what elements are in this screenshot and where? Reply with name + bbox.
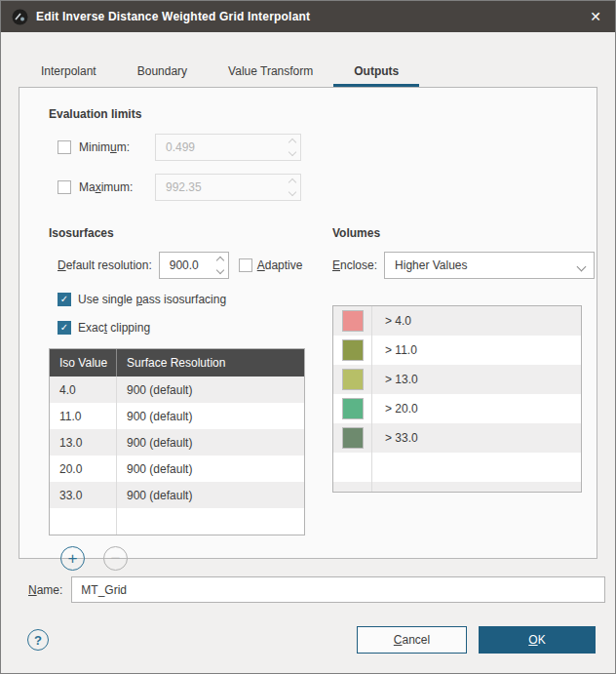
exact-clipping-label: Exact clipping (78, 321, 150, 335)
window-title: Edit Inverse Distance Weighted Grid Inte… (36, 10, 310, 23)
swatch-cell (333, 453, 372, 482)
surface-resolution-cell: 900 (default) (117, 436, 192, 450)
adaptive-field: Adaptive (239, 258, 303, 272)
outputs-tab-panel: Evaluation limits Minimum: 0.499 Maximum… (19, 87, 597, 559)
exact-clipping-checkbox[interactable]: ✓ (58, 321, 71, 335)
default-resolution-value: 900.0 (170, 258, 199, 272)
volume-threshold-label: > 11.0 (372, 343, 417, 357)
name-input[interactable] (71, 576, 605, 603)
color-swatch[interactable] (342, 339, 364, 361)
iso-value-cell (50, 535, 117, 535)
enclose-select[interactable]: Higher Values (384, 252, 595, 279)
swatch-cell (333, 306, 372, 336)
iso-value-table: Iso Value Surface Resolution 4.0900 (def… (49, 348, 305, 535)
exact-clipping-row: ✓ Exact clipping (58, 320, 334, 336)
default-resolution-row: Default resolution: 900.0 Adaptive (58, 252, 334, 279)
enclose-label: Enclose: (332, 258, 377, 272)
surface-resolution-cell: 900 (default) (117, 489, 192, 502)
tab-bar: InterpolantBoundaryValue TransformOutput… (20, 59, 615, 87)
maximum-spinner-arrows[interactable] (289, 175, 295, 200)
swatch-cell (333, 365, 372, 394)
minimum-row: Minimum: 0.499 (58, 134, 597, 161)
single-pass-row: ✓ Use single pass isosurfacing (58, 292, 334, 307)
iso-table-row[interactable]: 13.0900 (default) (50, 429, 304, 456)
surface-resolution-cell: 900 (default) (117, 383, 192, 397)
cancel-button[interactable]: Cancel (357, 626, 467, 654)
adaptive-checkbox[interactable] (239, 258, 252, 272)
tab-boundary[interactable]: Boundary (117, 59, 208, 87)
single-pass-checkbox[interactable]: ✓ (58, 293, 71, 306)
default-resolution-label: Default resolution: (58, 258, 152, 272)
iso-value-column-header: Iso Value (50, 349, 117, 377)
swatch-cell (333, 482, 372, 493)
color-swatch[interactable] (342, 310, 364, 332)
volume-row[interactable]: > 4.0 (333, 306, 581, 336)
evaluation-limits-heading: Evaluation limits (49, 107, 597, 121)
tab-interpolant[interactable]: Interpolant (20, 59, 117, 87)
enclose-row: Enclose: Higher Values (332, 252, 595, 279)
minimum-value: 0.499 (166, 140, 195, 154)
iso-value-cell: 4.0 (50, 377, 117, 403)
surface-resolution-column-header: Surface Resolution (117, 356, 225, 370)
maximum-value: 992.35 (166, 180, 202, 194)
color-swatch[interactable] (342, 398, 364, 419)
iso-table-empty-row (50, 535, 304, 535)
help-button[interactable]: ? (27, 629, 49, 651)
volumes-heading: Volumes (332, 226, 595, 240)
surface-resolution-cell: 900 (default) (117, 410, 192, 423)
volumes-section: Volumes Enclose: Higher Values > 4.0> 11… (327, 207, 595, 571)
default-resolution-spinbox[interactable]: 900.0 (159, 252, 229, 279)
maximum-row: Maximum: 992.35 (58, 174, 597, 201)
iso-table-body: 4.0900 (default)11.0900 (default)13.0900… (50, 377, 304, 535)
volume-row[interactable]: > 13.0 (333, 365, 581, 394)
tab-outputs[interactable]: Outputs (333, 59, 419, 87)
volume-threshold-label: > 4.0 (372, 314, 411, 328)
maximum-label: Maximum: (79, 180, 155, 194)
volume-row[interactable]: > 33.0 (333, 423, 581, 453)
iso-table-actions: + − (60, 546, 334, 571)
columns: Isosurfaces Default resolution: 900.0 Ad… (19, 207, 597, 571)
single-pass-label: Use single pass isosurfacing (78, 293, 226, 306)
swatch-cell (333, 336, 372, 365)
maximum-checkbox[interactable] (58, 180, 71, 194)
minimum-spinner-arrows[interactable] (289, 135, 295, 160)
volumes-list: > 4.0> 11.0> 13.0> 20.0> 33.0 (332, 305, 582, 493)
color-swatch[interactable] (342, 427, 364, 449)
iso-value-cell: 20.0 (50, 456, 117, 482)
iso-table-empty-row (50, 508, 304, 535)
minimum-label: Minimum: (79, 140, 155, 154)
volume-empty-row (333, 453, 581, 482)
iso-table-row[interactable]: 11.0900 (default) (50, 403, 304, 429)
volume-empty-row (333, 482, 581, 493)
iso-value-cell (50, 508, 117, 535)
button-row: ? Cancel OK (27, 626, 596, 654)
interpolant-app-icon (12, 9, 28, 25)
isosurfaces-section: Isosurfaces Default resolution: 900.0 Ad… (49, 207, 334, 571)
close-icon[interactable]: ✕ (576, 1, 615, 32)
remove-iso-value-button[interactable]: − (103, 546, 128, 571)
minimum-checkbox[interactable] (58, 140, 71, 154)
maximum-spinbox[interactable]: 992.35 (155, 174, 301, 201)
isosurfaces-heading: Isosurfaces (49, 226, 334, 240)
add-iso-value-button[interactable]: + (60, 546, 85, 571)
edit-interpolant-dialog: Edit Inverse Distance Weighted Grid Inte… (0, 0, 616, 674)
volume-threshold-label: > 33.0 (372, 431, 418, 445)
swatch-cell (333, 394, 372, 423)
color-swatch[interactable] (342, 369, 364, 390)
iso-table-row[interactable]: 20.0900 (default) (50, 456, 304, 482)
name-row: Name: (28, 576, 605, 603)
chevron-down-icon (578, 263, 585, 270)
iso-table-row[interactable]: 4.0900 (default) (50, 377, 304, 403)
default-resolution-spinner-arrows[interactable] (217, 253, 223, 278)
swatch-cell (333, 423, 372, 453)
iso-table-row[interactable]: 33.0900 (default) (50, 482, 304, 508)
enclose-selected-value: Higher Values (395, 258, 467, 272)
ok-button[interactable]: OK (479, 626, 596, 654)
surface-resolution-cell: 900 (default) (117, 462, 192, 476)
volume-row[interactable]: > 11.0 (333, 336, 581, 365)
volume-threshold-label: > 13.0 (372, 373, 418, 386)
volume-row[interactable]: > 20.0 (333, 394, 581, 423)
name-label: Name: (28, 583, 62, 597)
tab-value-transform[interactable]: Value Transform (208, 59, 333, 87)
minimum-spinbox[interactable]: 0.499 (155, 134, 301, 161)
